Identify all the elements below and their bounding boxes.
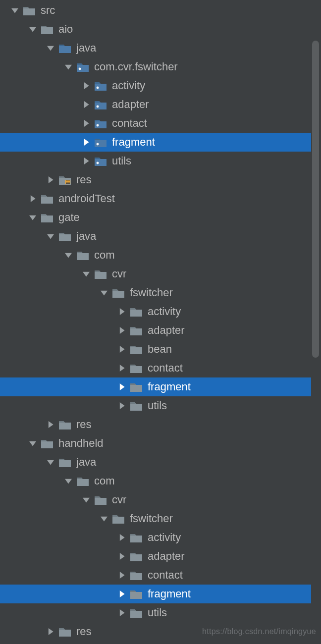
tree-item-gate-activity[interactable]: activity [0,302,311,321]
tree-item-aio-activity[interactable]: activity [0,76,311,95]
expand-arrow-right-icon[interactable] [28,195,38,202]
expand-arrow-down-icon[interactable] [46,233,55,240]
expand-arrow-down-icon[interactable] [81,496,91,503]
tree-item-label: java [76,456,96,469]
expand-arrow-right-icon[interactable] [117,383,127,390]
tree-item-hh-fragment[interactable]: fragment [0,585,311,603]
tree-item-hh-activity[interactable]: activity [0,528,311,547]
tree-item-handheld[interactable]: handheld [0,434,311,453]
expand-arrow-right-icon[interactable] [117,308,127,315]
folder-icon [76,475,89,487]
tree-item-aio-contact[interactable]: contact [0,114,311,133]
tree-item-gate[interactable]: gate [0,208,311,227]
tree-item-label: java [76,42,96,54]
tree-item-gate-utils[interactable]: utils [0,396,311,415]
expand-arrow-right-icon[interactable] [81,139,91,146]
tree-item-hh-com[interactable]: com [0,472,311,490]
expand-arrow-down-icon[interactable] [28,26,38,33]
expand-arrow-right-icon[interactable] [81,101,91,108]
expand-arrow-right-icon[interactable] [117,327,127,334]
tree-item-hh-contact[interactable]: contact [0,566,311,585]
tree-item-label: activity [148,305,181,318]
expand-arrow-right-icon[interactable] [117,572,127,579]
tree-item-gate-cvr[interactable]: cvr [0,265,311,283]
tree-item-label: contact [148,362,183,375]
tree-item-aio-adapter[interactable]: adapter [0,95,311,114]
expand-arrow-down-icon[interactable] [46,459,55,466]
tree-item-label: contact [112,117,147,130]
folder-icon [58,626,71,638]
expand-arrow-down-icon[interactable] [46,45,55,52]
svg-point-2 [97,106,99,108]
tree-item-aio-pkgroot[interactable]: com.cvr.fswitcher [0,57,311,76]
tree-item-aio-utils[interactable]: utils [0,152,311,170]
folder-icon [130,550,143,562]
expand-arrow-right-icon[interactable] [46,628,55,635]
tree-item-gate-com[interactable]: com [0,246,311,265]
tree-item-hh-adapter[interactable]: adapter [0,547,311,566]
tree-item-gate-contact[interactable]: contact [0,359,311,377]
scrollbar-thumb[interactable] [312,41,319,358]
tree-item-gate-fswitcher[interactable]: fswitcher [0,283,311,302]
tree-item-aio-fragment[interactable]: fragment [0,133,311,152]
expand-arrow-right-icon[interactable] [117,534,127,541]
expand-arrow-right-icon[interactable] [46,421,55,428]
folder-icon [130,400,143,412]
expand-arrow-right-icon[interactable] [81,158,91,164]
folder-icon [58,419,71,430]
tree-item-label: adapter [148,550,185,563]
expand-arrow-down-icon[interactable] [10,7,20,14]
folder-icon [58,42,71,54]
tree-item-label: com [94,249,115,262]
project-tree[interactable]: src aio java com.cvr.fswitcher activity … [0,0,311,641]
expand-arrow-right-icon[interactable] [117,346,127,353]
tree-item-gate-fragment[interactable]: fragment [0,377,311,396]
expand-arrow-right-icon[interactable] [46,176,55,183]
tree-item-aio[interactable]: aio [0,20,311,39]
expand-arrow-down-icon[interactable] [63,478,73,484]
tree-item-label: bean [148,343,172,356]
tree-item-hh-cvr[interactable]: cvr [0,490,311,509]
tree-item-aio-java[interactable]: java [0,39,311,57]
expand-arrow-right-icon[interactable] [81,120,91,127]
tree-item-aio-res[interactable]: res [0,170,311,189]
expand-arrow-down-icon[interactable] [63,252,73,259]
expand-arrow-down-icon[interactable] [28,440,38,447]
package-icon [76,61,89,73]
tree-item-gate-bean[interactable]: bean [0,340,311,359]
folder-icon [130,306,143,318]
svg-point-0 [79,68,81,70]
expand-arrow-down-icon[interactable] [81,270,91,277]
expand-arrow-right-icon[interactable] [117,365,127,372]
folder-icon [130,588,143,600]
tree-item-hh-utils[interactable]: utils [0,603,311,622]
tree-item-gate-adapter[interactable]: adapter [0,321,311,340]
tree-item-androidtest[interactable]: androidTest [0,189,311,208]
tree-item-gate-res[interactable]: res [0,415,311,434]
expand-arrow-down-icon[interactable] [63,63,73,70]
tree-item-src[interactable]: src [0,1,311,20]
tree-item-hh-fswitcher[interactable]: fswitcher [0,509,311,528]
expand-arrow-right-icon[interactable] [117,553,127,560]
folder-icon [130,381,143,393]
svg-point-1 [97,87,99,89]
expand-arrow-right-icon[interactable] [117,609,127,616]
svg-rect-9 [66,183,70,184]
folder-icon [130,569,143,581]
tree-item-label: adapter [148,324,185,337]
folder-icon [130,343,143,355]
expand-arrow-down-icon[interactable] [99,515,109,522]
package-icon [94,99,107,110]
folder-icon [112,287,125,299]
tree-item-label: contact [148,569,183,582]
tree-item-label: fragment [148,380,191,393]
folder-icon [130,362,143,374]
tree-item-hh-java[interactable]: java [0,453,311,472]
tree-item-label: fswitcher [130,512,173,525]
expand-arrow-right-icon[interactable] [117,402,127,409]
expand-arrow-right-icon[interactable] [81,82,91,89]
expand-arrow-right-icon[interactable] [117,590,127,597]
tree-item-gate-java[interactable]: java [0,227,311,246]
expand-arrow-down-icon[interactable] [99,289,109,296]
expand-arrow-down-icon[interactable] [28,214,38,221]
